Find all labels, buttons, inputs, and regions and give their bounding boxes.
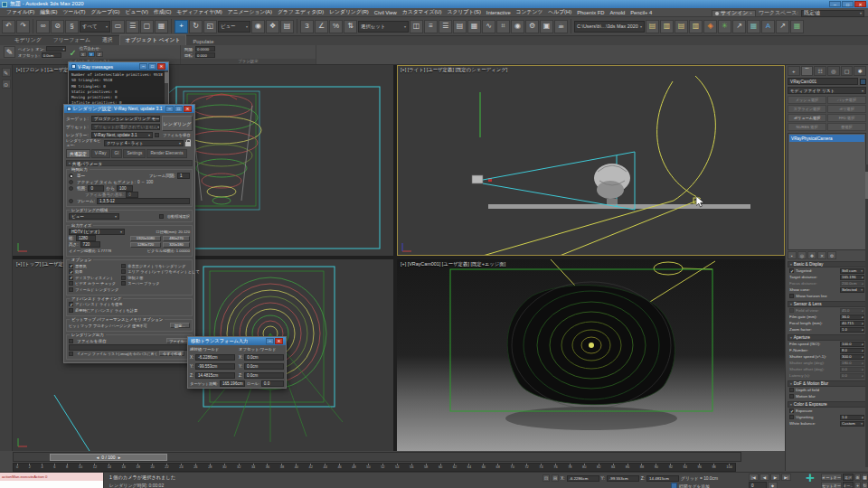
arnold-icon[interactable]: A xyxy=(761,20,775,33)
abs-x-field[interactable]: -6.2286cm xyxy=(195,354,235,361)
window-crossing-icon[interactable]: ▦ xyxy=(155,20,168,33)
spinner-snap-icon[interactable]: ⇅ xyxy=(344,20,357,33)
dialog-title-bar[interactable]: 移動トランスフォーム入力 – ✕ xyxy=(188,337,286,345)
object-name-field[interactable]: VRayCam001 xyxy=(788,78,858,85)
dialog-tab[interactable]: V-Ray xyxy=(91,149,110,158)
script-1-icon[interactable]: ▤ xyxy=(646,20,659,33)
modifier-button[interactable]: スプライン選択 xyxy=(788,105,826,113)
rollout-sensor-lens[interactable]: Sensor & Lens xyxy=(788,301,866,307)
configure-sets-icon[interactable]: ⚙ xyxy=(827,251,836,259)
modifier-button[interactable]: ポリ選択 xyxy=(827,105,866,113)
ribbon-tab[interactable]: フリーフォーム xyxy=(48,35,96,45)
dialog-title-bar[interactable]: V-Ray messages – □ ✕ xyxy=(69,62,168,70)
brush-param-field[interactable]: 0.0000 xyxy=(195,46,215,52)
render-production-icon[interactable]: ☕ xyxy=(554,20,568,33)
arrow-tool-icon[interactable]: ↗ xyxy=(732,20,746,33)
range-to-field[interactable]: 100 xyxy=(117,185,133,192)
listener-script-line[interactable] xyxy=(0,481,103,488)
width-field[interactable]: 1280 xyxy=(76,235,96,241)
output-path-field[interactable] xyxy=(69,344,190,351)
listener-macro-line[interactable]: actionMan.executeAction 0 xyxy=(0,473,103,481)
checkbox[interactable] xyxy=(789,394,794,399)
sign-in-button[interactable]: サインイン▾ xyxy=(712,10,756,17)
checkbox[interactable] xyxy=(789,294,794,298)
menu-item[interactable]: Arnold xyxy=(607,10,627,15)
make-unique-icon[interactable]: ❖ xyxy=(807,251,816,259)
frames-radio[interactable] xyxy=(69,199,73,203)
minimize-button[interactable]: – xyxy=(266,338,274,344)
rollout-color-exposure[interactable]: Color & Exposure xyxy=(788,401,866,408)
close-button[interactable]: ✕ xyxy=(184,106,192,112)
preset-320x180-button[interactable]: 320x180 xyxy=(163,242,190,248)
project-folder-select[interactable]: C:\Users\b\…\3ds Max 2020▾ xyxy=(574,21,645,33)
modifier-button[interactable]: メッシュ選択 xyxy=(788,96,826,104)
keyboard-shortcut-override-icon[interactable]: ▤ xyxy=(280,20,294,33)
pencil-plus-icon[interactable]: ▦ xyxy=(790,20,804,33)
maximize-button[interactable]: □ xyxy=(842,1,854,7)
rollout-basic-display[interactable]: Basic & Display xyxy=(788,261,866,267)
offset-field[interactable]: 0.0cm xyxy=(42,52,61,58)
object-color-swatch[interactable] xyxy=(860,79,866,85)
menu-item[interactable]: 作成(C) xyxy=(151,8,175,16)
selection-set-select[interactable]: 選択 xyxy=(843,474,854,481)
align-icon[interactable]: ≡ xyxy=(424,20,438,33)
param-row[interactable]: Shutter speed (s^-1):300.0 xyxy=(788,353,866,360)
menu-item[interactable]: グラフ エディタ(D) xyxy=(275,8,326,16)
value-field[interactable]: 40.715 xyxy=(840,321,864,326)
value-field[interactable]: Still cam xyxy=(840,268,864,274)
option-row[interactable]: スーパー ブラック xyxy=(121,281,199,287)
pencil-arrow-icon[interactable]: ↗ xyxy=(776,20,789,33)
time-slider-track[interactable]: ◂ 0 / 100 ▸ xyxy=(13,452,741,462)
modifier-button[interactable]: 面選択 xyxy=(827,123,866,131)
modifier-button[interactable]: NURBS 選択 xyxy=(788,123,826,131)
value-field[interactable]: Selected xyxy=(840,287,864,293)
pin-stack-icon[interactable]: ▪ xyxy=(788,251,797,259)
key-mode-button[interactable]: ◆ xyxy=(768,482,778,488)
ribbon-tab[interactable]: モデリング xyxy=(9,35,47,45)
param-row[interactable]: White balance:Custom xyxy=(788,420,866,427)
angle-snap-icon[interactable]: ∠ xyxy=(315,20,328,33)
param-row[interactable]: Zoom factor:1.0 xyxy=(788,326,866,333)
rendered-frame-window-icon[interactable]: ▣ xyxy=(540,20,553,33)
modifier-button[interactable]: パッチ選択 xyxy=(827,96,866,104)
phoenix-fd-icon[interactable]: ◈ xyxy=(703,20,717,33)
pan-icon[interactable]: + xyxy=(854,482,861,488)
apply-check-icon[interactable]: ✓ xyxy=(69,48,76,58)
checkbox[interactable] xyxy=(789,408,794,413)
checkbox[interactable] xyxy=(789,388,794,392)
render-button[interactable]: レンダリング xyxy=(162,116,193,131)
range-radio[interactable] xyxy=(69,186,73,191)
value-field[interactable]: 165.196 xyxy=(840,275,864,280)
menu-item[interactable]: Civil View xyxy=(372,10,400,15)
viewport-label[interactable]: [+] [ライト] [ユーザ定義] [既定のシェーディング] xyxy=(401,67,507,73)
auto-key-button[interactable]: オートキー xyxy=(821,474,842,481)
ribbon-tab[interactable]: 選択 xyxy=(97,35,118,45)
size-preset-select[interactable]: HDTV (ビデオ)▾ xyxy=(69,229,125,235)
ribbon-tab[interactable]: Populate xyxy=(187,38,219,45)
range-from-field[interactable]: 0 xyxy=(88,185,104,192)
value-field[interactable]: 0.0 xyxy=(840,367,864,372)
reference-coordinate-select[interactable]: ビュー▾ xyxy=(218,21,250,33)
menu-item[interactable]: ビュー(V) xyxy=(123,8,151,16)
undo-icon[interactable]: ↶ xyxy=(2,20,15,33)
schematic-view-icon[interactable]: ⌗ xyxy=(496,20,510,33)
menu-item[interactable]: ツール(T) xyxy=(60,8,88,16)
dialog-tab[interactable]: 共通設定 xyxy=(66,149,90,158)
offset-y-field[interactable]: 0.0cm xyxy=(244,363,284,370)
menu-item[interactable]: カスタマイズ(U) xyxy=(400,8,445,16)
ribbon-tab[interactable]: オブジェクト ペイント xyxy=(119,34,187,45)
tab-utilities[interactable]: ✱ xyxy=(854,66,866,76)
render-setup-icon[interactable]: ⚙ xyxy=(525,20,539,33)
menu-item[interactable]: Pencil+ 4 xyxy=(627,10,655,15)
option-row[interactable]: ビデオ カラー チェック xyxy=(69,281,118,287)
param-row[interactable]: Focal length (mm):40.715 xyxy=(788,320,866,326)
param-row[interactable]: Shutter offset (deg):0.0 xyxy=(788,366,866,372)
create-now-button[interactable]: 今すぐ作成 xyxy=(159,351,184,356)
close-button[interactable]: ✕ xyxy=(854,1,866,7)
dialog-tab[interactable]: Settings xyxy=(123,149,146,158)
param-row[interactable]: Field of view:45.0 xyxy=(788,307,866,314)
selection-filter-select[interactable]: すべて▾ xyxy=(80,21,110,33)
tab-create[interactable]: + xyxy=(788,66,800,76)
z-coordinate-field[interactable]: 14.4815cm xyxy=(646,475,679,482)
orbit-icon[interactable]: ↻ xyxy=(862,482,868,488)
